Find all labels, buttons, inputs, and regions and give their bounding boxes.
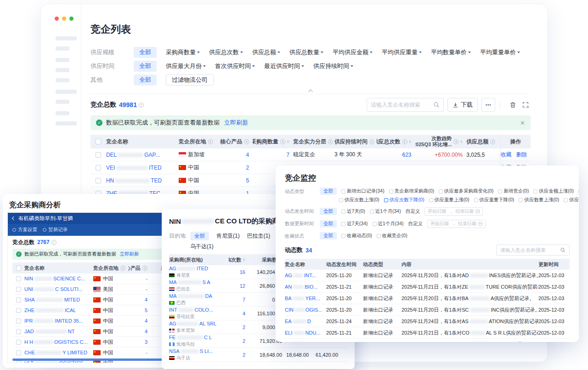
sort-icon[interactable]: ▲▼ [409,140,412,143]
menu-item[interactable]: 方案设置 [12,227,37,233]
company-name-link[interactable]: EXCO... [285,342,317,342]
filter-dropdown[interactable]: 供应最大月份 [166,62,206,70]
sort-icon[interactable]: ▲▼ [243,258,245,262]
filter-checkbox-item[interactable]: 供应数量下降(0) [564,197,579,203]
company-name-link[interactable]: CINOGIS... [285,307,322,313]
filter-checkbox-item[interactable]: 供应重量下降(0) [474,197,514,203]
company-name-link[interactable]: ELINDU... [285,330,321,336]
sort-icon[interactable]: ▲▼ [460,140,463,143]
date-range-picker[interactable]: 开始日期→结束日期 [427,220,486,228]
destination-filter[interactable]: 乌干达(1) [190,243,214,250]
purchaser-name-link[interactable]: FEC L [169,335,212,341]
row-checkbox[interactable] [16,287,21,292]
fullscreen-button[interactable] [520,100,531,110]
filter-checkbox-item[interactable]: 供应金额上涨(0) [533,188,574,194]
filter-checkbox-item[interactable]: 供应次数下降(0) [384,197,424,203]
refresh-now-link[interactable]: 立即刷新 [224,119,248,127]
row-checkbox[interactable] [16,361,21,364]
row-checkbox[interactable] [16,297,21,302]
minimize-window-button[interactable] [62,17,66,21]
purchaser-name-link[interactable]: AGITED [169,266,208,272]
row-checkbox[interactable] [96,178,101,183]
company-name-link[interactable]: H HOGISTICS C... [24,339,88,345]
company-name-link[interactable]: DELGAP... [106,152,160,158]
date-range-picker[interactable]: 开始日期→结束日期 [424,207,483,216]
filter-all-chip[interactable]: 全部 [320,220,337,228]
row-checkbox[interactable] [16,276,21,281]
collapse-filters-button[interactable] [90,87,531,94]
row-checkbox[interactable] [16,329,21,334]
filter-dropdown[interactable]: 采购商数量 [166,48,200,57]
company-name-link[interactable]: CHEY LIMITED [24,350,87,355]
filter-checkbox-item[interactable]: 收藏动态(0) [341,233,372,239]
company-name-link[interactable]: UNIC SOLUTI... [24,286,83,292]
filter-checkbox-item[interactable]: 供应重量上涨(0) [429,197,469,203]
filter-all-chip[interactable]: 全部 [320,188,337,195]
row-checkbox[interactable] [16,340,21,345]
company-name-link[interactable]: BAYER... [285,296,320,301]
purchaser-name-link[interactable]: MADA [169,293,212,299]
filter-checkbox-item[interactable]: 近1个月(34) [370,208,401,215]
refresh-now-link[interactable]: 立即刷新 [120,251,139,257]
filter-checkbox-item[interactable]: 近1个月(34) [373,221,404,227]
company-name-link[interactable]: VEIITED [106,165,162,171]
filter-all-chip[interactable]: 全部 [320,208,337,215]
company-search-input[interactable]: 请输入竞企名称搜索 [496,245,570,256]
filter-checkbox-item[interactable]: 供应数量上涨(0) [519,197,559,203]
filter-dropdown[interactable]: 供应总次数 [209,48,243,57]
company-name-link[interactable]: NINSCIENCE C... [24,276,85,281]
company-search-input[interactable]: 请输入竞企名称搜索 [367,98,444,112]
company-name-link[interactable]: JADNT [24,329,74,334]
row-checkbox[interactable] [16,319,21,324]
filter-checkbox-item[interactable]: 收藏竞企(0) [377,233,407,239]
purchaser-name-link[interactable]: MAS A [169,279,210,285]
filter-checkbox-item[interactable]: 供应金额下降(0) [578,188,579,194]
filter-dropdown[interactable]: 供应总额 [252,48,280,57]
row-checkbox[interactable] [96,165,101,171]
filter-toggle-chip[interactable]: 过滤物流公司 [166,74,214,85]
company-name-link[interactable]: IPRIMITED 35... [24,318,83,324]
row-checkbox[interactable] [96,152,101,158]
filter-checkbox-item[interactable]: 自定义 [406,208,420,215]
zoom-window-button[interactable] [69,17,74,21]
filter-checkbox-item[interactable]: 竞企新增采购商(0) [389,188,434,194]
back-icon[interactable] [12,216,16,220]
row-action-delete[interactable]: 删除 [516,151,527,159]
filter-all-chip[interactable]: 全部 [134,74,157,85]
row-action-favorite[interactable]: 收藏 [501,151,512,159]
filter-dropdown[interactable]: 最近供应时间 [264,62,304,70]
filter-dropdown[interactable]: 平均供应金额 [333,48,373,57]
select-all-checkbox[interactable] [16,266,21,271]
company-name-link[interactable]: SHAMITED [24,297,80,302]
purchaser-name-link[interactable]: AGAL SRL [169,321,216,327]
filter-dropdown[interactable]: 供应持续时间 [313,62,353,70]
menu-item[interactable]: 贸易记录 [43,227,68,233]
purchaser-name-link[interactable]: INTCOLO... [169,307,213,313]
sort-icon[interactable]: ▲▼ [287,140,289,143]
row-checkbox[interactable] [16,350,21,355]
purchaser-name-link[interactable]: NSAS LI... [169,348,213,354]
filter-all-chip[interactable]: 全部 [134,61,157,72]
filter-checkbox-item[interactable]: 供应次数上涨(0) [339,197,379,203]
destination-filter[interactable]: 巴拉圭(1) [247,232,271,240]
destination-filter[interactable]: 肯尼亚(1) [216,232,240,240]
company-name-link[interactable]: ANBIO... [285,284,317,290]
filter-dropdown[interactable]: 首次供应时间 [215,62,255,70]
filter-all-chip[interactable]: 全部 [320,232,337,239]
more-button[interactable]: ⋯ [481,98,495,112]
company-name-link[interactable]: ZHEICAL [24,307,76,313]
filter-checkbox-item[interactable]: 近7天(34) [341,221,368,227]
row-checkbox[interactable] [16,308,21,313]
filter-all-chip[interactable]: 全部 [134,47,157,58]
company-name-link[interactable]: EAD [285,319,311,324]
company-name-link[interactable]: AGINT... [285,273,316,278]
select-all-checkbox[interactable] [96,139,101,144]
download-button[interactable]: 下载 [447,98,478,112]
filter-dropdown[interactable]: 供应总数量 [289,48,323,57]
filter-dropdown[interactable]: 平均重量单价 [480,48,520,57]
filter-checkbox-item[interactable]: 新增出口记录(34) [341,188,384,194]
filter-checkbox-item[interactable]: 自定义 [408,221,423,227]
filter-checkbox-item[interactable]: 供应最多采购商变化(0) [439,188,493,194]
company-name-link[interactable]: HNTED [106,177,162,184]
filter-all-chip[interactable]: 全部 [190,232,209,240]
